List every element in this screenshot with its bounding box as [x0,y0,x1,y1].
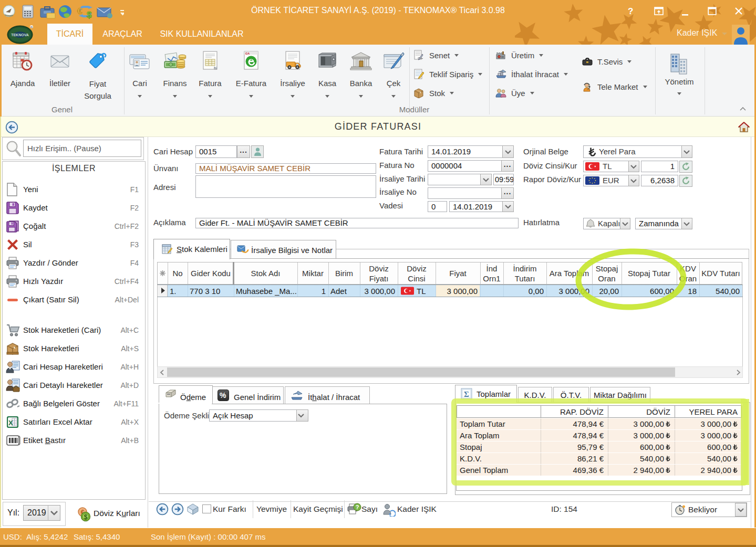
svg-text:GA: GA [245,52,250,55]
svg-text:?: ? [356,504,359,510]
svg-text:TEKNOVA: TEKNOVA [11,33,29,37]
svg-text:$: $ [84,513,88,521]
svg-text:R: R [30,26,33,29]
svg-text:A4: A4 [214,66,217,69]
svg-text:X: X [8,419,13,427]
